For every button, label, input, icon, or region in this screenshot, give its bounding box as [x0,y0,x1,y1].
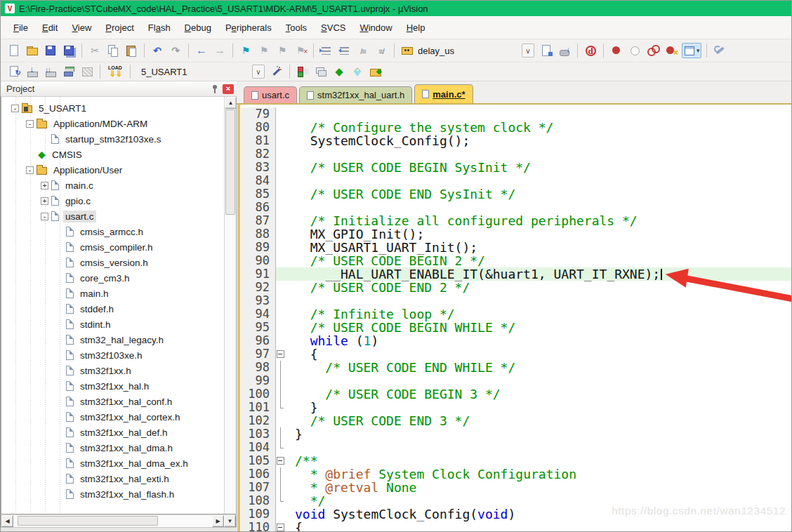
stop-build-button[interactable] [79,64,95,79]
tree-item-stm32f1xx-hal-dma-ex-h[interactable]: stm32f1xx_hal_dma_ex.h [1,455,224,471]
bookmark-prev-button[interactable] [275,43,290,58]
tree-item-cmsis[interactable]: ◆CMSIS [1,147,224,162]
options-for-target-button[interactable] [269,64,284,79]
tree-item-5-usart1[interactable]: -5_USART1 [1,100,224,116]
navigate-forward-button[interactable] [212,43,227,58]
tree-item-stm32f1xx-hal-dma-h[interactable]: stm32f1xx_hal_dma.h [1,440,224,455]
menu-edit[interactable]: Edit [35,20,65,36]
copy-button[interactable] [105,43,121,58]
tree-item-usart-c[interactable]: -usart.c [1,208,224,224]
code-line-89[interactable]: 89 MX_USART1_UART_Init(); [241,241,791,254]
uncomment-selection-button[interactable] [374,43,389,58]
code-line-90[interactable]: 90 /* USER CODE BEGIN 2 */ [241,254,791,267]
code-line-81[interactable]: 81 SystemClock_Config(); [241,134,791,147]
translate-file-button[interactable] [6,64,22,79]
horizontal-scroll-thumb[interactable] [18,516,158,526]
insert-breakpoint-button[interactable] [609,43,624,58]
enable-disable-breakpoint-button[interactable] [627,43,642,58]
code-line-82[interactable]: 82 [241,147,791,161]
menu-help[interactable]: Help [400,20,433,36]
cut-button[interactable] [87,43,103,58]
collapse-icon[interactable]: - [11,105,19,112]
tree-item-core-cm3-h[interactable]: core_cm3.h [1,270,224,286]
code-line-93[interactable]: 93 [241,294,791,307]
expand-icon[interactable]: + [41,182,48,189]
tree-item-application-mdk-arm[interactable]: -Application/MDK-ARM [1,116,224,131]
target-select-combo[interactable]: 5_USART1∨ [137,64,265,79]
code-line-97[interactable]: 97 { [241,347,791,361]
code-line-92[interactable]: 92 /* USER CODE END 2 */ [241,281,791,294]
collapse-icon[interactable]: - [41,213,48,220]
tree-item-gpio-c[interactable]: +gpio.c [1,193,224,208]
new-file-button[interactable] [6,43,22,58]
scroll-up-button[interactable]: ▲ [225,97,237,109]
tree-item-stm32f103xe-h[interactable]: stm32f103xe.h [1,347,224,363]
tree-item-main-c[interactable]: +main.c [1,178,224,193]
rebuild-all-button[interactable] [43,64,58,79]
menu-peripherals[interactable]: Peripherals [218,20,279,36]
manage-rte-button[interactable] [350,64,365,79]
code-line-99[interactable]: 99 [241,374,791,387]
tree-item-stm32f1xx-hal-h[interactable]: stm32f1xx_hal.h [1,378,224,394]
code-line-95[interactable]: 95 /* USER CODE BEGIN WHILE */ [241,321,791,334]
tree-item-main-h[interactable]: main.h [1,286,224,301]
code-line-86[interactable]: 86 [241,201,791,214]
menu-debug[interactable]: Debug [178,20,218,36]
code-line-88[interactable]: 88 MX_GPIO_Init(); [241,227,791,241]
open-file-button[interactable] [25,43,40,58]
code-line-107[interactable]: 107 * @retval None [241,481,791,494]
code-line-84[interactable]: 84 [241,174,791,187]
bookmark-next-button[interactable] [256,43,272,58]
indent-button[interactable] [319,43,334,58]
tree-item-stm32f1xx-hal-conf-h[interactable]: stm32f1xx_hal_conf.h [1,394,224,409]
tree-item-startup-stm32f103xe-s[interactable]: startup_stm32f103xe.s [1,131,224,147]
menu-file[interactable]: File [6,20,35,36]
paste-button[interactable] [124,43,139,58]
tree-item-stdint-h[interactable]: stdint.h [1,317,224,332]
menu-project[interactable]: Project [98,20,140,36]
menu-tools[interactable]: Tools [279,20,314,36]
tree-item-cmsis-version-h[interactable]: cmsis_version.h [1,255,224,270]
bookmark-toggle-button[interactable] [238,43,253,58]
batch-build-button[interactable] [61,64,77,79]
configure-target-button[interactable] [712,43,727,58]
download-load-button[interactable] [105,64,125,79]
expand-icon[interactable]: + [41,197,48,205]
close-panel-button[interactable]: × [223,84,234,94]
fold-collapse-icon[interactable] [276,347,285,361]
tab-stm32f1xx-hal-uart-h[interactable]: stm32f1xx_hal_uart.h [299,86,412,103]
tree-item-stddef-h[interactable]: stddef.h [1,301,224,317]
tree-item-application-user[interactable]: -Application/User [1,162,224,178]
editor-body[interactable]: 7980 /* Configure the system clock */81 … [237,103,791,532]
code-line-94[interactable]: 94 /* Infinite loop */ [241,307,791,321]
code-line-106[interactable]: 106 * @brief System Clock Configuration [241,467,791,481]
manage-project-items-button[interactable] [295,64,310,79]
target-select-combo-caret[interactable]: ∨ [252,65,265,79]
code-line-110[interactable]: 110{ [241,521,791,532]
redo-button[interactable] [168,43,183,58]
bookmark-clear-all-button[interactable] [293,43,308,58]
scroll-left-button[interactable]: ◀ [1,515,13,527]
tree-item-stm32f1xx-hal-exti-h[interactable]: stm32f1xx_hal_exti.h [1,471,224,486]
scroll-right-button[interactable]: ▶ [212,515,224,527]
collapse-icon[interactable]: - [26,166,34,174]
scroll-down-button[interactable]: ▼ [224,515,236,527]
code-pane[interactable]: 7980 /* Configure the system clock */81 … [241,105,791,532]
outdent-button[interactable] [337,43,352,58]
find-text-combo[interactable]: delay_us∨ [401,43,534,58]
tree-item-stm32-hal-legacy-h[interactable]: stm32_hal_legacy.h [1,332,224,347]
menu-flash[interactable]: Flash [141,20,178,36]
select-software-packs-button[interactable] [331,64,347,79]
tree-item-cmsis-armcc-h[interactable]: cmsis_armcc.h [1,224,224,239]
window-layout-button[interactable]: ▾ [682,43,701,58]
code-line-85[interactable]: 85 /* USER CODE END SysInit */ [241,187,791,201]
undo-button[interactable] [150,43,165,58]
menu-view[interactable]: View [65,20,98,36]
disable-all-breakpoints-button[interactable] [645,43,661,58]
code-line-104[interactable]: 104 [241,441,791,454]
horizontal-scroll-track[interactable] [13,515,212,527]
build-button[interactable] [25,64,40,79]
fold-collapse-icon[interactable] [276,454,285,467]
menu-window[interactable]: Window [352,20,399,36]
tree-item-stm32f1xx-hal-cortex-h[interactable]: stm32f1xx_hal_cortex.h [1,409,224,425]
